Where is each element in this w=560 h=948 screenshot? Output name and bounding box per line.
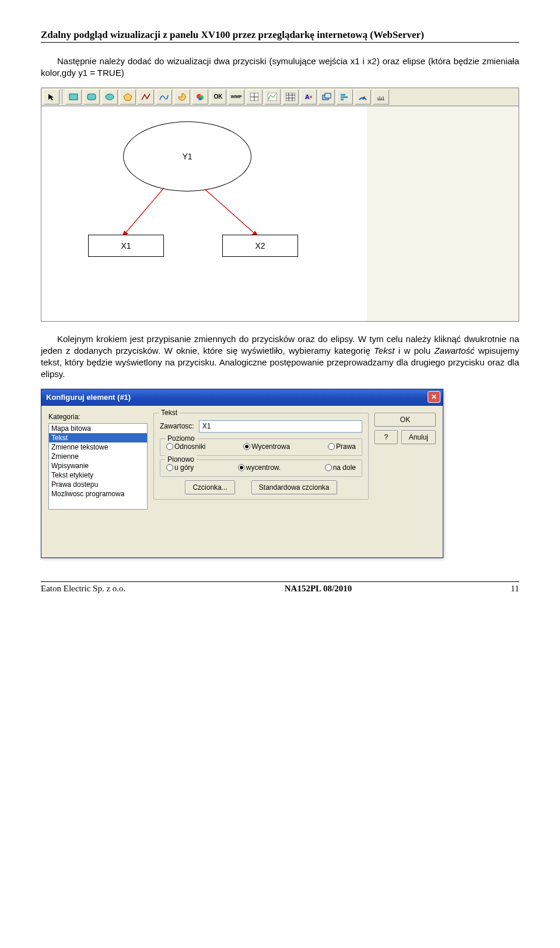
paragraph-2: Kolejnym krokiem jest przypisanie zmienn…	[41, 333, 519, 381]
svg-marker-3	[124, 93, 132, 100]
svg-rect-20	[341, 99, 344, 100]
radio-horiz-center[interactable]: Wycentrowa	[243, 442, 290, 451]
pie-icon[interactable]	[174, 89, 190, 104]
wmf-label: WMF	[230, 94, 242, 99]
ellipse-icon[interactable]	[102, 89, 118, 104]
list-item[interactable]: Tekst etykiety	[49, 470, 147, 480]
polygon-icon[interactable]	[120, 89, 136, 104]
line-icon[interactable]	[138, 89, 154, 104]
standard-font-button[interactable]: Standardowa czcionka	[251, 480, 337, 494]
out-of-bounds-area	[367, 106, 519, 321]
list-item[interactable]: Wpisywanie	[49, 461, 147, 470]
page-header: Zdalny podgląd wizualizacji z panelu XV1…	[41, 29, 519, 43]
visualization-editor: OK WMF Ax Y1 X1	[41, 88, 519, 322]
wmf-icon[interactable]: WMF	[228, 89, 244, 104]
svg-rect-18	[341, 94, 345, 96]
footer-page-number: 11	[511, 584, 519, 594]
svg-rect-0	[69, 94, 78, 100]
trend-icon[interactable]	[264, 89, 281, 104]
editor-toolbar: OK WMF Ax	[41, 88, 519, 106]
table-icon[interactable]	[282, 89, 299, 104]
image-icon[interactable]	[192, 89, 208, 104]
group-tekst-title: Tekst	[159, 409, 180, 417]
dialog-titlebar: Konfiguruj element (#1) ✕	[41, 389, 443, 406]
grid-icon[interactable]	[246, 89, 262, 104]
rect-icon[interactable]	[65, 89, 82, 104]
radio-vert-center[interactable]: wycentrow.	[238, 463, 281, 472]
help-button[interactable]: ?	[374, 430, 398, 444]
list-item[interactable]: Zmienne tekstowe	[49, 442, 147, 452]
footer-left: Eaton Electric Sp. z o.o.	[41, 584, 125, 594]
list-item[interactable]: Mozliwosc programowa	[49, 489, 147, 499]
font-button[interactable]: Czcionka...	[185, 480, 235, 494]
group-vertical-title: Pionowo	[165, 455, 197, 463]
svg-rect-17	[325, 93, 331, 98]
rounded-rect-icon[interactable]	[83, 89, 100, 104]
ax-icon[interactable]: Ax	[300, 89, 317, 104]
hchart-icon[interactable]	[337, 89, 353, 104]
svg-rect-1	[88, 94, 96, 100]
vis-button-x1[interactable]: X1	[88, 235, 164, 257]
svg-rect-19	[341, 96, 348, 98]
group-tekst: Tekst Zawartosc: Poziomo Odnosniki Wycen…	[153, 413, 369, 500]
svg-point-2	[106, 94, 114, 100]
p2-italic2: Zawartość	[434, 346, 474, 356]
category-list[interactable]: Mapa bitowa Tekst Zmienne tekstowe Zmien…	[48, 423, 148, 510]
group-vertical: Pionowo u góry wycentrow. na dole	[160, 459, 362, 477]
ok-icon[interactable]: OK	[210, 89, 226, 104]
vis-button-x2-label: X2	[255, 241, 265, 250]
pointer-icon[interactable]	[43, 89, 60, 104]
footer-center: NA152PL 08/2010	[285, 584, 352, 594]
editor-canvas[interactable]: Y1 X1 X2	[41, 106, 519, 321]
radio-vert-bottom[interactable]: na dole	[325, 463, 356, 472]
radio-horiz-right[interactable]: Prawa	[328, 442, 356, 451]
svg-point-6	[198, 97, 202, 100]
ok-button[interactable]: OK	[374, 413, 436, 427]
category-label: Kategoria:	[48, 413, 148, 421]
group-horizontal: Poziomo Odnosniki Wycentrowa Prawa	[160, 438, 362, 456]
meter-icon[interactable]	[355, 89, 371, 104]
config-element-dialog: Konfiguruj element (#1) ✕ Kategoria: Map…	[41, 389, 443, 558]
svg-line-28	[205, 189, 257, 236]
content-label: Zawartosc:	[160, 422, 194, 430]
cancel-button[interactable]: Anuluj	[401, 430, 436, 444]
list-item[interactable]: Prawa dostepu	[49, 480, 147, 489]
dialog-title: Konfiguruj element (#1)	[46, 393, 131, 402]
paragraph-1: Następnie należy dodać do wizualizacji d…	[41, 55, 519, 79]
p2-mid: i w polu	[394, 346, 434, 356]
list-item[interactable]: Tekst	[49, 433, 147, 442]
curve-icon[interactable]	[156, 89, 172, 104]
content-input[interactable]	[199, 420, 362, 433]
svg-rect-11	[286, 93, 295, 101]
svg-line-27	[123, 188, 164, 236]
ok-label: OK	[214, 93, 223, 100]
radio-vert-top[interactable]: u góry	[166, 463, 194, 472]
radio-horiz-left[interactable]: Odnosniki	[166, 442, 205, 451]
list-item[interactable]: Zmienne	[49, 452, 147, 461]
p2-italic1: Tekst	[374, 346, 394, 356]
page-footer: Eaton Electric Sp. z o.o. NA152PL 08/201…	[41, 581, 519, 594]
vis-button-x1-label: X1	[121, 241, 131, 250]
list-item[interactable]: Mapa bitowa	[49, 424, 147, 433]
close-icon[interactable]: ✕	[428, 391, 440, 403]
layer-icon[interactable]	[318, 89, 335, 104]
scale-icon[interactable]	[373, 89, 389, 104]
vis-button-x2[interactable]: X2	[222, 235, 298, 257]
group-horizontal-title: Poziomo	[165, 434, 197, 442]
